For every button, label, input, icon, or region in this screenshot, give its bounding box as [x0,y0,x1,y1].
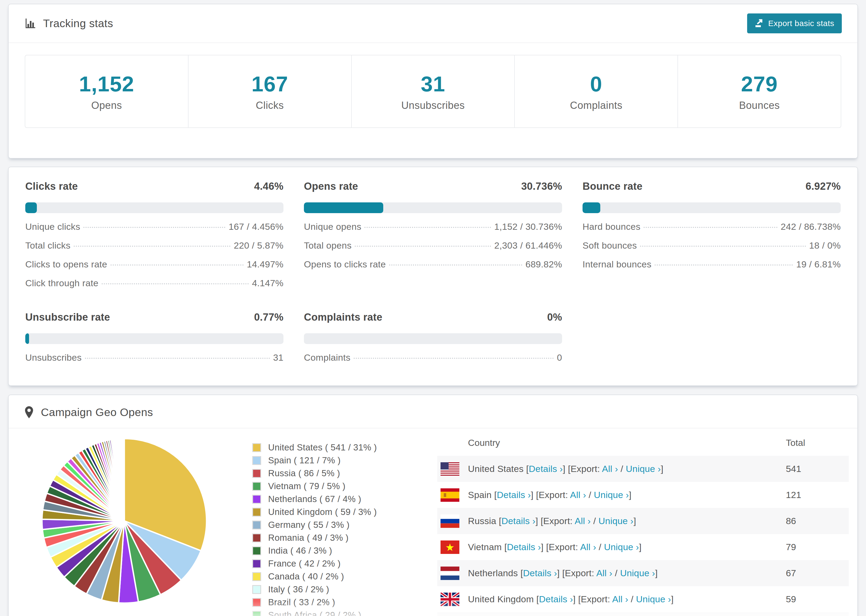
metric-label: Unique opens [304,222,361,232]
metric-value: 220 / 5.87% [234,240,283,251]
details-link[interactable]: Details › [529,464,563,474]
metric-row: Unsubscribes 31 [25,352,283,363]
export-all-link[interactable]: All › [570,490,586,500]
export-icon [755,19,764,28]
metric-value: 4.147% [252,278,283,288]
stat-label: Clicks [256,100,284,111]
rate-metrics: Unique clicks 167 / 4.456% Total clicks … [25,222,283,288]
location-pin-icon [24,406,34,419]
stat-cell-opens: 1,152 Opens [25,55,188,127]
rate-block-bounce-rate: Bounce rate 6.927% Hard bounces 242 / 86… [583,181,841,288]
metric-value: 1,152 / 30.736% [494,222,562,232]
metric-value: 689.82% [526,259,562,270]
export-all-link[interactable]: All › [612,594,628,604]
progress-fill [25,203,37,213]
details-link[interactable]: Details › [507,542,541,552]
page-title: Tracking stats [43,17,113,30]
legend-label: Russia ( 86 / 5% ) [268,468,340,478]
tracking-stats-header-left: Tracking stats [24,17,113,30]
export-all-link[interactable]: All › [575,516,591,526]
metric-label: Internal bounces [583,259,651,270]
geo-table-header-country: Country [468,438,500,448]
stat-label: Complaints [570,100,622,111]
total-cell: 121 [786,490,845,500]
rate-value: 30.736% [521,181,562,192]
geo-content: United States ( 541 / 31% ) Spain ( 121 … [9,428,857,616]
progress-fill [583,203,600,213]
export-unique-link[interactable]: Unique › [626,464,661,474]
rate-title: Unsubscribe rate [25,311,110,323]
metric-value: 14.497% [247,259,283,270]
stat-value: 1,152 [79,72,134,96]
export-unique-link[interactable]: Unique › [598,516,633,526]
country-cell: Netherlands [Details ›] [Export: All › /… [468,568,786,578]
metric-value: 2,303 / 61.446% [494,240,562,251]
legend-label: France ( 42 / 2% ) [268,558,341,569]
flag-russia [441,514,459,528]
metric-row: Total clicks 220 / 5.87% [25,240,283,251]
country-cell: Vietnam [Details ›] [Export: All › / Uni… [468,542,786,552]
details-link[interactable]: Details › [523,568,557,578]
flag-netherlands [441,567,459,580]
metric-row: Hard bounces 242 / 86.738% [583,222,841,232]
metric-label: Hard bounces [583,222,640,232]
legend-label: United States ( 541 / 31% ) [268,442,377,453]
flag-spain [441,488,459,502]
export-unique-link[interactable]: Unique › [604,542,639,552]
legend-swatch [252,585,261,594]
export-unique-link[interactable]: Unique › [620,568,655,578]
metric-label: Total clicks [25,240,71,251]
legend-label: Canada ( 40 / 2% ) [268,571,344,581]
rate-title: Opens rate [304,181,358,192]
stat-cell-clicks: 167 Clicks [188,55,351,127]
export-all-link[interactable]: All › [580,542,596,552]
legend-item: Russia ( 86 / 5% ) [252,468,414,478]
dotted-leader [355,246,491,247]
rate-value: 0% [547,311,562,323]
rate-metrics: Unsubscribes 31 [25,352,283,363]
metric-row: Total opens 2,303 / 61.446% [304,240,562,251]
rate-value: 6.927% [806,181,841,192]
metric-row: Clicks to opens rate 14.497% [25,259,283,270]
total-cell: 86 [786,516,845,526]
metric-label: Complaints [304,352,350,363]
legend-label: Spain ( 121 / 7% ) [268,455,341,465]
rate-value: 4.46% [254,181,283,192]
details-link[interactable]: Details › [539,594,573,604]
rates-card: Clicks rate 4.46% Unique clicks 167 / 4.… [8,167,858,386]
geo-table-row-partial [437,612,849,616]
metric-label: Click through rate [25,278,98,288]
export-button-label: Export basic stats [768,19,834,28]
geo-table-row-united-states: United States [Details ›] [Export: All ›… [437,456,849,482]
export-unique-link[interactable]: Unique › [594,490,629,500]
tracking-stats-header: Tracking stats Export basic stats [9,4,857,42]
export-all-link[interactable]: All › [596,568,612,578]
rates-grid: Clicks rate 4.46% Unique clicks 167 / 4.… [25,181,841,363]
legend-swatch [252,572,261,581]
rate-title: Bounce rate [583,181,642,192]
geo-table-row-netherlands: Netherlands [Details ›] [Export: All › /… [437,560,849,586]
export-basic-stats-button[interactable]: Export basic stats [747,13,842,33]
legend-label: United Kingdom ( 59 / 3% ) [268,507,377,517]
export-all-link[interactable]: All › [602,464,618,474]
legend-swatch [252,559,261,568]
details-link[interactable]: Details › [501,516,535,526]
rate-block-clicks-rate: Clicks rate 4.46% Unique clicks 167 / 4.… [25,181,283,288]
legend-swatch [252,482,261,491]
legend-item: Spain ( 121 / 7% ) [252,455,414,465]
details-link[interactable]: Details › [497,490,531,500]
geo-table-row-spain: Spain [Details ›] [Export: All › / Uniqu… [437,482,849,508]
metric-row: Internal bounces 19 / 6.81% [583,259,841,270]
rate-block-opens-rate: Opens rate 30.736% Unique opens 1,152 / … [304,181,562,288]
stat-value: 0 [590,72,602,96]
legend-label: Romania ( 49 / 3% ) [268,533,348,543]
flag-united-kingdom [441,592,459,606]
legend-label: South Africa ( 29 / 2% ) [268,610,361,616]
metric-label: Opens to clicks rate [304,259,386,270]
legend-swatch [252,533,261,542]
export-unique-link[interactable]: Unique › [636,594,671,604]
progress-track [304,333,562,344]
metric-row: Complaints 0 [304,352,562,363]
rate-head: Complaints rate 0% [304,311,562,323]
total-cell: 67 [786,568,845,578]
